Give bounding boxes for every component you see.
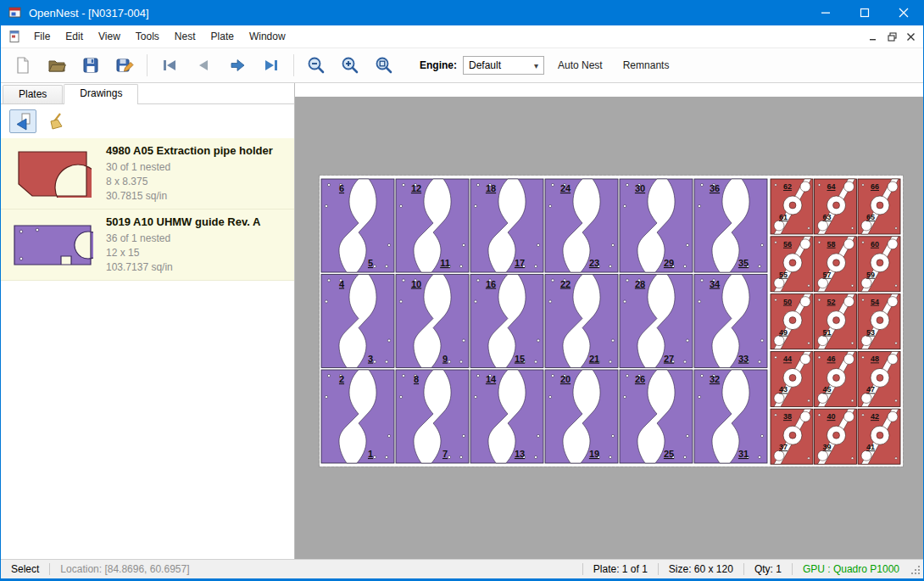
nest-part-pair[interactable]: 65 — [321, 179, 394, 272]
next-plate-button[interactable] — [226, 54, 248, 76]
svg-text:18: 18 — [486, 183, 496, 193]
nest-part-pair[interactable]: 3635 — [694, 179, 767, 272]
nest-part-pair[interactable]: 87 — [396, 370, 469, 463]
nest-part-pair[interactable]: 1413 — [470, 370, 543, 463]
nest-canvas[interactable]: 6512111817242330293635431091615222128273… — [295, 83, 923, 559]
nest-part-pair[interactable]: 5857 — [815, 237, 857, 292]
nest-part-pair[interactable]: 4241 — [858, 409, 900, 464]
previous-plate-button[interactable] — [192, 54, 214, 76]
svg-text:51: 51 — [822, 328, 831, 337]
nest-part-pair[interactable]: 5251 — [815, 294, 857, 349]
menu-nest[interactable]: Nest — [167, 27, 203, 46]
nest-part-pair[interactable]: 3433 — [694, 275, 767, 368]
svg-text:44: 44 — [783, 355, 792, 363]
send-to-nest-button[interactable] — [9, 109, 36, 133]
menu-edit[interactable]: Edit — [58, 27, 91, 46]
menu-view[interactable]: View — [91, 27, 128, 46]
engine-select[interactable]: Default ▾ — [463, 56, 544, 75]
nest-part-pair[interactable]: 1817 — [470, 179, 543, 272]
open-button[interactable] — [46, 54, 68, 76]
nest-part-pair[interactable]: 4443 — [771, 351, 813, 406]
svg-text:54: 54 — [871, 298, 879, 306]
nest-part-pair[interactable]: 5655 — [771, 237, 813, 292]
nest-part-pair[interactable]: 5049 — [771, 294, 813, 349]
menu-tools[interactable]: Tools — [128, 27, 167, 46]
remnants-button[interactable]: Remnants — [616, 55, 676, 75]
svg-text:28: 28 — [635, 279, 645, 289]
minimize-button[interactable] — [806, 0, 845, 25]
new-button[interactable] — [12, 54, 34, 76]
svg-text:31: 31 — [738, 449, 749, 459]
nest-part-pair[interactable]: 3029 — [620, 179, 693, 272]
nest-part-pair[interactable]: 2221 — [545, 275, 618, 368]
maximize-button[interactable] — [845, 0, 884, 25]
nest-part-pair[interactable]: 6261 — [771, 179, 813, 234]
nest-part-pair[interactable]: 2625 — [620, 370, 693, 463]
svg-text:34: 34 — [710, 279, 721, 289]
nest-part-pair[interactable]: 6463 — [815, 179, 857, 234]
drawing-title: 5019 A10 UHMW guide Rev. A — [106, 215, 260, 228]
nest-part-pair[interactable]: 4645 — [815, 351, 857, 406]
nest-part-pair[interactable]: 6059 — [858, 237, 900, 292]
tab-plates[interactable]: Plates — [3, 85, 63, 103]
open-folder-icon — [47, 55, 67, 75]
nest-part-pair[interactable]: 4847 — [858, 351, 900, 406]
new-file-icon — [13, 55, 33, 75]
save-button[interactable] — [80, 54, 102, 76]
clear-button[interactable] — [43, 109, 70, 133]
last-arrow-icon — [261, 55, 281, 75]
svg-text:59: 59 — [866, 271, 875, 279]
svg-text:19: 19 — [589, 449, 599, 459]
first-plate-button[interactable] — [159, 54, 181, 76]
list-item[interactable]: 4980 A05 Extraction pipe holder 30 of 1 … — [1, 138, 294, 209]
mdi-restore-icon — [888, 32, 897, 42]
zoom-extents-button[interactable] — [373, 54, 395, 76]
nest-part-pair[interactable]: 2423 — [545, 179, 618, 272]
close-button[interactable] — [884, 0, 923, 25]
nest-part-pair[interactable]: 2827 — [620, 275, 693, 368]
nest-part-pair[interactable]: 5453 — [858, 294, 900, 349]
tab-drawings[interactable]: Drawings — [64, 84, 138, 104]
svg-text:48: 48 — [871, 355, 879, 363]
menu-window[interactable]: Window — [242, 27, 293, 46]
mdi-minimize-button[interactable] — [864, 28, 882, 45]
toolbar-separator — [293, 54, 294, 76]
toolbar-separator — [147, 54, 148, 76]
nest-part-pair[interactable]: 2019 — [545, 370, 618, 463]
nest-part-pair[interactable]: 3837 — [771, 409, 813, 464]
drawing-info: 4980 A05 Extraction pipe holder 30 of 1 … — [106, 144, 273, 204]
nest-part-pair[interactable]: 43 — [321, 275, 394, 368]
window-title: OpenNest - [N0317-004] — [29, 7, 149, 20]
list-item[interactable]: 5019 A10 UHMW guide Rev. A 36 of 1 neste… — [1, 209, 294, 281]
svg-text:37: 37 — [779, 443, 788, 451]
nest-part-pair[interactable]: 4039 — [815, 409, 857, 464]
last-plate-button[interactable] — [260, 54, 282, 76]
menu-plate[interactable]: Plate — [203, 27, 242, 46]
nest-part-pair[interactable]: 1211 — [396, 179, 469, 272]
next-arrow-icon — [227, 55, 248, 75]
zoom-in-button[interactable] — [339, 54, 361, 76]
nest-part-pair[interactable]: 1615 — [470, 275, 543, 368]
svg-text:38: 38 — [783, 412, 792, 421]
svg-text:61: 61 — [779, 213, 788, 221]
svg-text:55: 55 — [779, 271, 788, 279]
save-as-button[interactable] — [114, 54, 136, 76]
mdi-close-button[interactable] — [901, 28, 920, 45]
nest-part-pair[interactable]: 109 — [396, 275, 469, 368]
nest-plate[interactable]: 6512111817242330293635431091615222128273… — [320, 176, 903, 466]
nest-part-pair[interactable]: 21 — [321, 370, 394, 463]
status-location: Location: [84.8696, 60.6957] — [50, 560, 199, 578]
nest-part-pair[interactable]: 6665 — [858, 179, 900, 234]
svg-text:29: 29 — [664, 258, 674, 268]
menu-file[interactable]: File — [26, 27, 58, 46]
status-qty: Qty: 1 — [744, 560, 792, 578]
nest-part-pair[interactable]: 3231 — [694, 370, 767, 463]
first-arrow-icon — [159, 55, 180, 75]
svg-text:33: 33 — [738, 354, 749, 364]
plate-svg[interactable]: 6512111817242330293635431091615222128273… — [320, 176, 903, 466]
mdi-restore-button[interactable] — [882, 28, 901, 45]
resize-grip-icon[interactable] — [910, 561, 921, 577]
zoom-out-button[interactable] — [305, 54, 327, 76]
auto-nest-button[interactable]: Auto Nest — [551, 55, 610, 75]
svg-text:64: 64 — [827, 182, 835, 191]
